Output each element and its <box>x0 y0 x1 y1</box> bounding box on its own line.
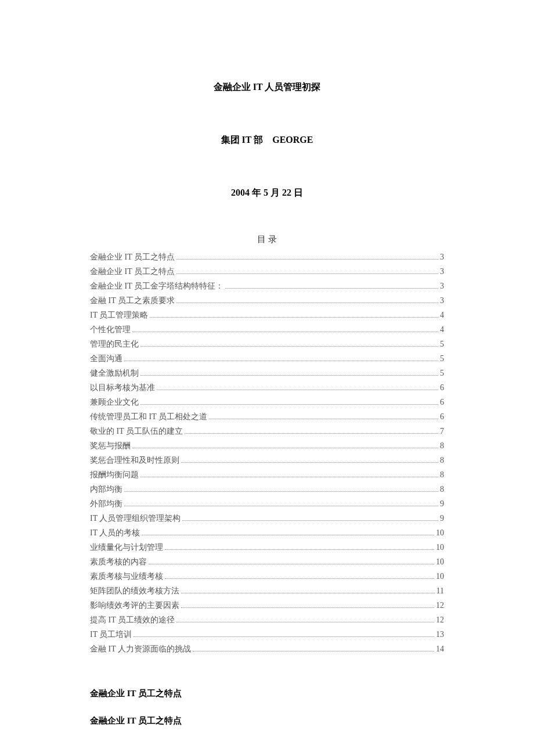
toc-row: 金融 IT 员工之素质要求3 <box>90 293 444 308</box>
toc-leader-dots <box>140 477 438 477</box>
toc-entry-page: 10 <box>436 569 444 584</box>
toc-entry-label: 全面沟通 <box>90 351 122 366</box>
toc-row: 业绩量化与计划管理10 <box>90 540 444 555</box>
toc-leader-dots <box>132 448 438 448</box>
toc-entry-label: 以目标考核为基准 <box>90 380 155 395</box>
toc-leader-dots <box>165 549 434 550</box>
toc-leader-dots <box>140 346 438 347</box>
toc-row: IT 员工培训13 <box>90 627 444 642</box>
toc-entry-page: 4 <box>440 322 444 337</box>
toc-leader-dots <box>181 462 438 463</box>
document-subtitle: 集团 IT 部 GEORGE <box>90 134 444 146</box>
toc-row: 金融 IT 人力资源面临的挑战14 <box>90 642 444 656</box>
toc-row: 兼顾企业文化6 <box>90 395 444 409</box>
toc-row: 矩阵团队的绩效考核方法11 <box>90 584 444 598</box>
toc-leader-dots <box>142 535 434 535</box>
toc-entry-label: 金融企业 IT 员工之特点 <box>90 264 175 279</box>
toc-entry-page: 8 <box>440 438 444 453</box>
toc-leader-dots <box>157 390 438 390</box>
toc-entry-label: 个性化管理 <box>90 322 131 337</box>
toc-row: 奖惩与报酬8 <box>90 438 444 453</box>
toc-entry-label: IT 人员管理组织管理架构 <box>90 511 181 525</box>
toc-leader-dots <box>182 520 438 521</box>
toc-row: 金融企业 IT 员工金字塔结构特特征：3 <box>90 279 444 293</box>
toc-leader-dots <box>176 273 438 274</box>
toc-entry-label: 金融企业 IT 员工金字塔结构特特征： <box>90 279 223 293</box>
toc-entry-page: 13 <box>436 627 444 642</box>
toc-leader-dots <box>181 593 435 593</box>
toc-entry-label: 报酬均衡问题 <box>90 467 139 482</box>
toc-entry-page: 5 <box>440 366 444 380</box>
toc-entry-label: 奖惩与报酬 <box>90 438 131 453</box>
toc-row: 传统管理员工和 IT 员工相处之道6 <box>90 409 444 424</box>
toc-row: 奖惩合理性和及时性原则8 <box>90 453 444 467</box>
toc-entry-label: 管理的民主化 <box>90 337 139 351</box>
toc-row: 内部均衡8 <box>90 482 444 496</box>
toc-entry-page: 14 <box>436 642 444 656</box>
toc-leader-dots <box>124 506 438 506</box>
toc-row: 健全激励机制5 <box>90 366 444 380</box>
toc-entry-page: 9 <box>440 496 444 511</box>
toc-entry-page: 12 <box>436 613 444 627</box>
toc-leader-dots <box>124 491 438 492</box>
toc-row: 素质考核的内容10 <box>90 555 444 569</box>
toc-leader-dots <box>176 622 434 622</box>
toc-entry-page: 7 <box>440 424 444 438</box>
toc-entry-page: 8 <box>440 482 444 496</box>
toc-row: 个性化管理4 <box>90 322 444 337</box>
toc-entry-label: IT 员工管理策略 <box>90 308 148 322</box>
toc-entry-label: 金融企业 IT 员工之特点 <box>90 250 175 264</box>
toc-leader-dots <box>185 433 438 434</box>
document-title: 金融企业 IT 人员管理初探 <box>90 81 444 93</box>
toc-leader-dots <box>124 361 438 361</box>
toc-entry-page: 5 <box>440 351 444 366</box>
toc-entry-label: IT 人员的考核 <box>90 525 140 540</box>
toc-entry-page: 11 <box>436 584 444 598</box>
toc-leader-dots <box>140 404 438 405</box>
toc-entry-page: 6 <box>440 380 444 395</box>
toc-entry-page: 10 <box>436 555 444 569</box>
toc-entry-label: 奖惩合理性和及时性原则 <box>90 453 179 467</box>
toc-leader-dots <box>165 578 434 579</box>
toc-entry-label: 兼顾企业文化 <box>90 395 139 409</box>
toc-entry-page: 5 <box>440 337 444 351</box>
toc-row: 金融企业 IT 员工之特点3 <box>90 264 444 279</box>
toc-leader-dots <box>140 375 438 376</box>
toc-entry-page: 9 <box>440 511 444 525</box>
toc-row: 素质考核与业绩考核10 <box>90 569 444 584</box>
toc-entry-page: 6 <box>440 395 444 409</box>
toc-entry-label: 传统管理员工和 IT 员工相处之道 <box>90 409 207 424</box>
toc-row: 外部均衡9 <box>90 496 444 511</box>
toc-entry-page: 3 <box>440 279 444 293</box>
toc-entry-label: 外部均衡 <box>90 496 122 511</box>
toc-leader-dots <box>181 607 434 608</box>
toc-entry-label: 提高 IT 员工绩效的途径 <box>90 613 175 627</box>
toc-leader-dots <box>209 419 438 419</box>
toc-entry-label: IT 员工培训 <box>90 627 132 642</box>
toc-entry-label: 敬业的 IT 员工队伍的建立 <box>90 424 183 438</box>
toc-leader-dots <box>149 564 434 564</box>
toc-entry-label: 业绩量化与计划管理 <box>90 540 163 555</box>
toc-row: 报酬均衡问题8 <box>90 467 444 482</box>
toc-row: IT 员工管理策略4 <box>90 308 444 322</box>
toc-entry-page: 3 <box>440 264 444 279</box>
toc-entry-label: 健全激励机制 <box>90 366 139 380</box>
toc-entry-page: 10 <box>436 525 444 540</box>
toc-row: 以目标考核为基准6 <box>90 380 444 395</box>
toc-entry-page: 6 <box>440 409 444 424</box>
toc-leader-dots <box>150 317 438 318</box>
toc-entry-label: 金融 IT 人力资源面临的挑战 <box>90 642 191 656</box>
toc-row: 影响绩效考评的主要因素12 <box>90 598 444 613</box>
toc-entry-page: 3 <box>440 293 444 308</box>
toc-entry-page: 8 <box>440 467 444 482</box>
toc-entry-page: 8 <box>440 453 444 467</box>
toc-row: 全面沟通5 <box>90 351 444 366</box>
toc-entry-label: 矩阵团队的绩效考核方法 <box>90 584 179 598</box>
toc-row: 提高 IT 员工绩效的途径12 <box>90 613 444 627</box>
toc-entry-label: 素质考核的内容 <box>90 555 147 569</box>
toc-entry-page: 12 <box>436 598 444 613</box>
toc-header: 目 录 <box>90 234 444 245</box>
toc-entry-label: 素质考核与业绩考核 <box>90 569 163 584</box>
toc-list: 金融企业 IT 员工之特点3金融企业 IT 员工之特点3金融企业 IT 员工金字… <box>90 250 444 656</box>
toc-entry-page: 10 <box>436 540 444 555</box>
